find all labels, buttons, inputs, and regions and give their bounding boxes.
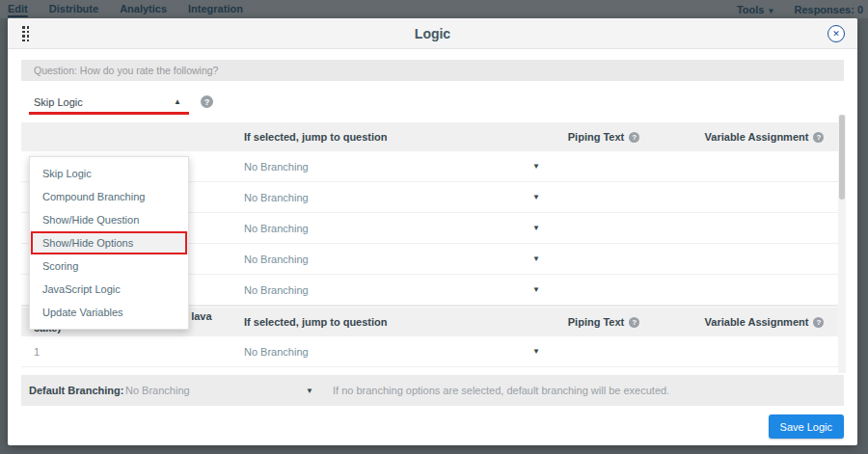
- menu-item-update-variables[interactable]: Update Variables: [30, 301, 188, 324]
- caret-up-icon: ▲: [174, 97, 181, 106]
- nav-item-integration[interactable]: Integration: [188, 3, 243, 16]
- default-branching-label: Default Branching:: [29, 385, 125, 396]
- help-icon[interactable]: ?: [201, 95, 213, 108]
- default-branching-note: If no branching options are selected, de…: [333, 385, 669, 396]
- logic-type-value: Skip Logic: [34, 96, 83, 108]
- branching-select[interactable]: No Branching▼: [241, 346, 548, 358]
- save-logic-button[interactable]: Save Logic: [769, 414, 844, 439]
- branching-select[interactable]: No Branching▼: [241, 284, 548, 296]
- menu-item-show-hide-question[interactable]: Show/Hide Question: [30, 208, 188, 231]
- branching-select[interactable]: No Branching▼: [241, 223, 548, 234]
- branching-select[interactable]: No Branching▼: [241, 254, 548, 265]
- logic-type-select[interactable]: Skip Logic ▲: [29, 91, 189, 113]
- menu-item-compound-branching[interactable]: Compound Branching: [30, 185, 188, 208]
- table-row: 1 No Branching▼: [21, 336, 844, 367]
- menu-item-skip-logic[interactable]: Skip Logic: [30, 162, 188, 185]
- caret-down-icon: ▼: [532, 193, 540, 201]
- caret-down-icon: ▼: [532, 254, 540, 263]
- piping-column-header: Piping Text?: [548, 316, 660, 328]
- builder-nav: Edit Distribute Analytics Integration: [8, 3, 243, 16]
- logic-type-menu: Skip Logic Compound Branching Show/Hide …: [29, 156, 189, 330]
- caret-down-icon: ▼: [532, 347, 540, 356]
- default-branching-bar: Default Branching: No Branching ▼ If no …: [21, 375, 844, 406]
- caret-down-icon: ▼: [532, 162, 540, 171]
- annotation-underline: [29, 112, 189, 115]
- chevron-down-icon: ▼: [768, 7, 775, 15]
- caret-down-icon: ▼: [532, 224, 540, 232]
- piping-column-header: Piping Text?: [548, 131, 660, 143]
- logic-modal: Logic ✕ Question: How do you rate the fo…: [8, 18, 857, 445]
- branching-select[interactable]: No Branching▼: [241, 161, 548, 173]
- tools-dropdown[interactable]: Tools ▼: [737, 4, 775, 15]
- drag-handle-icon[interactable]: [22, 26, 30, 42]
- scrollbar-thumb[interactable]: [839, 115, 845, 200]
- variable-column-header: Variable Assignment?: [660, 316, 844, 328]
- menu-item-javascript-logic[interactable]: JavaScript Logic: [30, 278, 188, 301]
- caret-down-icon: ▼: [532, 285, 540, 294]
- modal-title: Logic: [8, 26, 857, 41]
- nav-item-distribute[interactable]: Distribute: [49, 3, 98, 16]
- help-icon[interactable]: ?: [629, 317, 639, 328]
- help-icon[interactable]: ?: [813, 317, 824, 328]
- menu-item-show-hide-options[interactable]: Show/Hide Options: [30, 231, 188, 254]
- variable-column-header: Variable Assignment?: [660, 131, 844, 143]
- default-branching-select[interactable]: No Branching ▼: [125, 385, 318, 396]
- jump-column-header: If selected, jump to question: [241, 316, 548, 328]
- jump-column-header: If selected, jump to question: [241, 131, 548, 143]
- question-label-bar: Question: How do you rate the following?: [21, 60, 844, 81]
- help-icon[interactable]: ?: [813, 132, 824, 143]
- modal-header: Logic ✕: [8, 18, 857, 49]
- table-header: If selected, jump to question Piping Tex…: [21, 122, 844, 151]
- caret-down-icon: ▼: [306, 387, 313, 395]
- option-label: 1: [21, 346, 241, 358]
- branching-select[interactable]: No Branching▼: [241, 192, 548, 203]
- nav-item-edit[interactable]: Edit: [8, 3, 28, 16]
- menu-item-scoring[interactable]: Scoring: [30, 254, 188, 278]
- help-icon[interactable]: ?: [629, 132, 639, 143]
- question-text: Question: How do you rate the following?: [34, 65, 218, 76]
- nav-item-analytics[interactable]: Analytics: [120, 3, 167, 16]
- scrollbar-track[interactable]: [838, 115, 846, 373]
- close-icon[interactable]: ✕: [827, 25, 845, 42]
- responses-count: Responses: 0: [794, 4, 863, 15]
- top-menu-bar: Edit Distribute Analytics Integration To…: [0, 0, 868, 18]
